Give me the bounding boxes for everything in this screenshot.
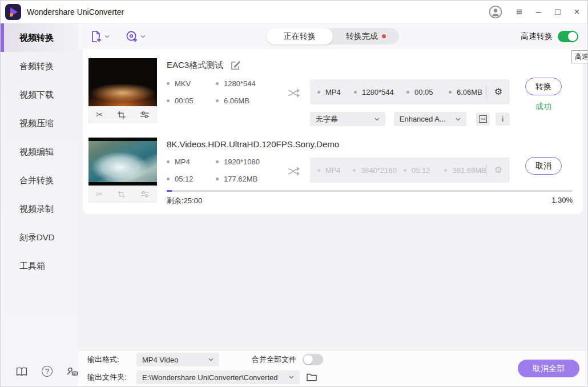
sidebar-item-video-convert[interactable]: 视频转换 [1,23,78,52]
settings-gear-icon: ⚙ [494,166,502,175]
convert-arrow-icon [288,166,301,176]
cancel-all-button[interactable]: 取消全部 [518,360,579,377]
chevron-down-icon [104,35,110,38]
help-icon[interactable]: ? [42,366,53,377]
add-files-button[interactable] [90,30,110,43]
task-list: ✂ [83,49,583,214]
add-disc-icon [126,30,138,43]
high-speed-tooltip: 高速 [571,50,588,63]
status-success-label: 成功 [510,102,577,112]
target-duration: 05:12 [412,166,430,175]
effects-icon[interactable] [140,111,150,119]
video-thumbnail [88,58,157,106]
minimize-button[interactable]: – [536,7,541,17]
task-row-1: ✂ [88,50,579,126]
cancel-button[interactable]: 取消 [525,157,562,175]
target-duration: 00:05 [414,88,433,96]
target-info: MP4 1280*544 00:05 6.06MB ⚙ [310,79,510,104]
toolbar: 正在转换 转换完成 高速转换 [78,23,587,49]
tab-label: 正在转换 [284,31,316,42]
sidebar-item-toolbox[interactable]: 工具箱 [1,252,78,280]
enhance-select[interactable]: Enhanced A... [394,112,466,126]
output-settings-bar: 输出格式: MP4 Video 合并全部文件 输出文件夹: E:\Wonders… [78,350,587,386]
high-speed-label: 高速转换 [521,31,553,42]
target-resolution: 3840*2160 [361,166,397,175]
close-button[interactable]: × [574,7,579,17]
target-resolution: 1280*544 [362,88,394,96]
high-speed-toggle[interactable] [558,31,578,42]
output-folder-value: E:\Wondershare UniConverter\Converted [142,373,278,382]
app-window: Wondershare UniConverter ≡ – □ × 视频转换 音频… [0,0,588,387]
settings-gear-icon[interactable]: ⚙ [494,87,502,96]
app-logo-icon [5,4,21,20]
contact-support-icon[interactable] [67,367,78,376]
sidebar-item-burn-dvd[interactable]: 刻录DVD [1,223,78,252]
tab-converting[interactable]: 正在转换 [267,28,333,45]
target-format: MP4 [325,166,341,175]
menu-icon[interactable]: ≡ [516,6,522,17]
crop-icon [117,190,126,199]
source-info: MP4 1920*1080 05:12 177.62MB [167,158,285,183]
sidebar-item-label: 视频压缩 [19,118,54,129]
video-thumbnail [88,138,157,186]
chevron-down-icon [374,118,380,121]
progress-percent-label: 1.30% [551,196,573,206]
merge-all-label: 合并全部文件 [252,354,296,365]
chevron-down-icon [289,376,294,379]
open-folder-button[interactable] [307,373,317,381]
enhance-select-value: Enhanced A... [400,115,446,123]
sidebar-item-label: 视频录制 [19,204,54,215]
chevron-down-icon [456,118,461,121]
sidebar-item-merge-convert[interactable]: 合并转换 [1,166,78,195]
merge-all-toggle[interactable] [303,354,323,365]
help-glyph: ? [45,368,49,376]
output-format-select[interactable]: MP4 Video [136,353,219,366]
account-avatar-icon[interactable] [489,5,502,19]
subtitle-select[interactable]: 无字幕 [310,112,385,126]
notification-dot [382,34,386,38]
info-icon: i [502,115,504,123]
output-format-value: MP4 Video [142,356,178,364]
sidebar-item-video-download[interactable]: 视频下载 [1,80,78,109]
sidebar-item-label: 视频编辑 [19,147,54,158]
source-duration: 00:05 [175,96,194,105]
source-info: MKV 1280*544 00:05 6.06MB [167,79,285,105]
convert-button[interactable]: 转换 [525,78,562,95]
folder-icon [307,373,317,381]
output-format-label: 输出格式: [87,354,136,365]
output-folder-select[interactable]: E:\Wondershare UniConverter\Converted [136,370,300,384]
status-tabs: 正在转换 转换完成 [267,28,399,45]
sidebar-item-label: 视频下载 [19,90,54,100]
user-guide-icon[interactable] [16,367,27,376]
rename-icon[interactable] [231,61,240,70]
maximize-button[interactable]: □ [555,7,561,17]
trim-icon[interactable]: ✂ [96,110,103,120]
source-size: 6.06MB [224,96,249,105]
tab-finished[interactable]: 转换完成 [333,28,399,45]
target-size: 6.06MB [457,88,482,96]
sidebar-item-video-compress[interactable]: 视频压缩 [1,109,78,138]
output-folder-label: 输出文件夹: [87,372,136,382]
sidebar-item-label: 音频转换 [19,61,54,72]
compress-icon: >< [479,115,486,123]
tab-label: 转换完成 [346,31,378,42]
high-speed-control: 高速转换 [521,31,578,42]
source-resolution: 1280*544 [224,79,256,88]
info-button[interactable]: i [496,112,510,126]
source-format: MKV [175,79,191,88]
task-row-2: ✂ [88,126,579,206]
compress-button[interactable]: >< [476,112,490,126]
progress-fill [167,190,172,192]
source-duration: 05:12 [175,175,194,183]
crop-icon[interactable] [117,111,126,119]
sidebar-item-screen-record[interactable]: 视频录制 [1,195,78,223]
chevron-down-icon [140,35,146,38]
add-dvd-button[interactable] [126,30,146,43]
sidebar-item-audio-convert[interactable]: 音频转换 [1,52,78,80]
sidebar: 视频转换 音频转换 视频下载 视频压缩 视频编辑 合并转换 视频录制 刻录DVD… [1,23,78,386]
source-format: MP4 [175,158,190,166]
titlebar: Wondershare UniConverter ≡ – □ × [1,1,587,23]
trim-icon: ✂ [96,189,103,199]
convert-arrow-icon [288,88,301,98]
sidebar-item-video-edit[interactable]: 视频编辑 [1,138,78,166]
